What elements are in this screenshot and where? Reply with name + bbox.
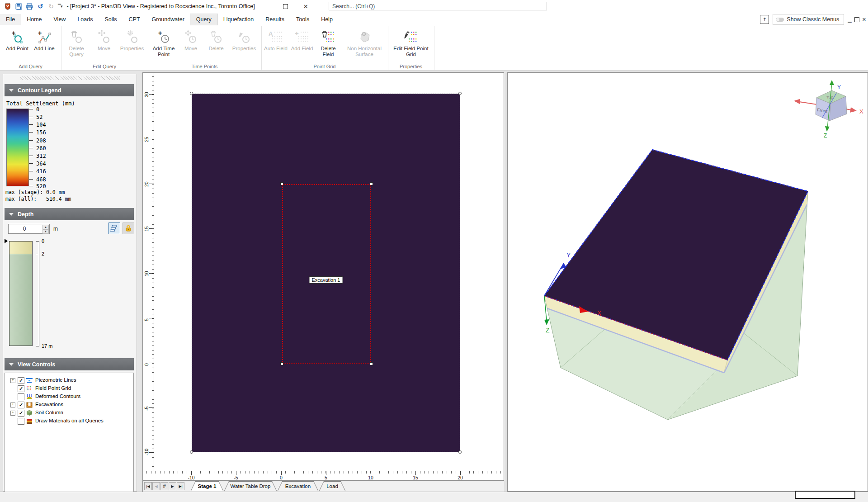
add-time-point-button[interactable]: + Add Time Point — [150, 28, 178, 57]
non-horizontal-surface-button[interactable]: Non Horizontal Surface — [343, 28, 386, 57]
move-query-button[interactable]: Move — [91, 28, 117, 52]
view-controls-header[interactable]: View Controls — [5, 358, 134, 370]
tab-home[interactable]: Home — [21, 14, 47, 25]
view-controls-tree: + Piezometric Lines + Field Point Grid +… — [5, 373, 134, 499]
tab-water-table-drop[interactable]: Water Table Drop — [224, 481, 277, 491]
ribbon-group-time-points: + Add Time Point Move Delete P — [148, 26, 262, 70]
tab-help[interactable]: Help — [315, 14, 339, 25]
tab-liquefaction[interactable]: Liquefaction — [217, 14, 259, 25]
tab-tools[interactable]: Tools — [290, 14, 315, 25]
plan-view[interactable]: Excavation 1 30 25 20 15 10 5 0 -5 -10 — [142, 72, 504, 481]
previous-stage-button[interactable]: ◀ — [152, 482, 160, 490]
save-icon[interactable] — [14, 2, 23, 10]
x-axis-label: X — [597, 309, 602, 317]
group-label-point-grid: Point Grid — [261, 64, 388, 69]
checkbox[interactable] — [18, 410, 24, 417]
depth-marker-icon[interactable] — [5, 239, 8, 243]
properties-query-button[interactable]: Properties — [118, 28, 146, 52]
collapse-arrow-icon — [9, 213, 14, 216]
ruler-label: 5 — [325, 475, 327, 480]
tab-cpt[interactable]: CPT — [123, 14, 146, 25]
checkbox[interactable] — [18, 393, 24, 400]
tree-item-excavations[interactable]: + Excavations — [5, 401, 133, 409]
tab-soils[interactable]: Soils — [99, 14, 123, 25]
add-point-button[interactable]: + Add Point — [4, 28, 30, 52]
mdi-close-button[interactable]: ✕ — [862, 17, 866, 23]
tab-loads[interactable]: Loads — [71, 14, 99, 25]
show-classic-menus-toggle[interactable]: Show Classic Menus — [773, 14, 844, 25]
tab-query[interactable]: Query — [190, 14, 217, 25]
lock-icon — [125, 225, 132, 232]
show-classic-menus-label: Show Classic Menus — [787, 16, 839, 23]
add-field-button[interactable]: + Add Field — [289, 28, 315, 52]
checkbox[interactable] — [18, 377, 24, 384]
last-stage-button[interactable]: ▶| — [177, 482, 184, 490]
soil-depth-label-mid: 2 — [42, 251, 44, 256]
ribbon-group-properties: Edit Field Point Grid Properties — [388, 26, 434, 70]
expand-icon[interactable]: + — [10, 411, 15, 416]
redo-icon[interactable]: ↻ — [47, 2, 55, 10]
checkbox[interactable] — [18, 418, 24, 425]
sidebar-grip[interactable] — [20, 76, 120, 80]
excavation-handle[interactable] — [280, 362, 283, 365]
auto-field-button[interactable]: A Auto Field — [263, 28, 288, 52]
next-stage-button[interactable]: ▶ — [169, 482, 176, 490]
tab-stage-1[interactable]: Stage 1 — [191, 481, 223, 491]
navigation-cube[interactable]: X Top Front Z Y — [794, 80, 863, 139]
collapse-ribbon-icon[interactable]: ↥ — [760, 15, 769, 24]
excavation-handle[interactable] — [370, 362, 373, 365]
customize-toolbar-icon[interactable]: ▔▾ — [58, 4, 62, 9]
add-line-button[interactable]: + Add Line — [31, 28, 57, 52]
soil-corner-handle[interactable] — [190, 450, 193, 454]
excavation-region[interactable] — [282, 184, 371, 364]
excavation-handle[interactable] — [370, 182, 373, 185]
tree-item-deformed-contours[interactable]: + Deformed Contours — [5, 393, 133, 401]
tab-file[interactable]: File — [0, 14, 21, 25]
tab-view[interactable]: View — [48, 14, 72, 25]
soil-corner-handle[interactable] — [458, 450, 462, 454]
excavation-handle[interactable] — [280, 182, 283, 185]
expand-icon[interactable]: + — [10, 403, 15, 407]
search-input[interactable]: Search... (Ctrl+Q) — [329, 2, 547, 10]
first-stage-button[interactable]: |◀ — [144, 482, 152, 490]
tab-groundwater[interactable]: Groundwater — [146, 14, 190, 25]
tree-item-soil-column[interactable]: + Soil Column — [5, 409, 133, 417]
soil-corner-handle[interactable] — [190, 92, 193, 95]
tree-item-draw-materials[interactable]: + Draw Materials on all Queries — [5, 417, 133, 425]
delete-time-icon — [204, 28, 228, 44]
spinner-arrows[interactable]: ▲▼ — [42, 225, 49, 233]
soil-corner-handle[interactable] — [458, 92, 462, 95]
checkbox[interactable] — [18, 385, 24, 392]
contour-legend-header[interactable]: Contour Legend — [5, 84, 134, 96]
tab-load[interactable]: Load — [319, 481, 345, 491]
depth-header[interactable]: Depth — [5, 208, 134, 220]
delete-time-button[interactable]: Delete — [204, 28, 228, 52]
close-button[interactable]: ✕ — [296, 0, 316, 13]
legend-tick-label: 364 — [36, 161, 46, 167]
edit-field-point-grid-button[interactable]: Edit Field Point Grid — [390, 28, 432, 57]
soil-region[interactable]: Excavation 1 — [192, 94, 460, 452]
checkbox[interactable] — [18, 402, 24, 408]
tree-item-field-point-grid[interactable]: + Field Point Grid — [5, 385, 133, 393]
depth-value[interactable]: 0 — [9, 226, 40, 232]
restore-button[interactable] — [275, 0, 296, 13]
delete-field-button[interactable]: Delete Field — [316, 28, 341, 57]
three-d-view[interactable]: X Y Z X Top Front Z — [507, 72, 868, 492]
mdi-minimize-button[interactable]: ▁ — [848, 17, 851, 23]
undo-icon[interactable]: ↺ — [36, 2, 44, 10]
show-layers-button[interactable] — [108, 223, 120, 234]
expand-icon[interactable]: + — [10, 378, 15, 383]
pane-splitter[interactable] — [504, 72, 507, 492]
properties-time-button[interactable]: Properties — [230, 28, 258, 52]
tree-item-piezometric-lines[interactable]: + Piezometric Lines — [5, 377, 133, 384]
move-time-button[interactable]: Move — [179, 28, 203, 52]
tab-excavation[interactable]: Excavation — [278, 481, 318, 491]
stage-list-button[interactable]: # — [160, 482, 168, 490]
tab-results[interactable]: Results — [259, 14, 290, 25]
minimize-button[interactable]: — — [255, 0, 275, 13]
depth-spinner[interactable]: 0 ▲▼ — [8, 224, 50, 234]
print-icon[interactable] — [25, 2, 33, 10]
mdi-restore-button[interactable] — [854, 17, 859, 22]
delete-query-button[interactable]: Delete Query — [63, 28, 90, 57]
lock-depth-button[interactable] — [123, 223, 134, 234]
